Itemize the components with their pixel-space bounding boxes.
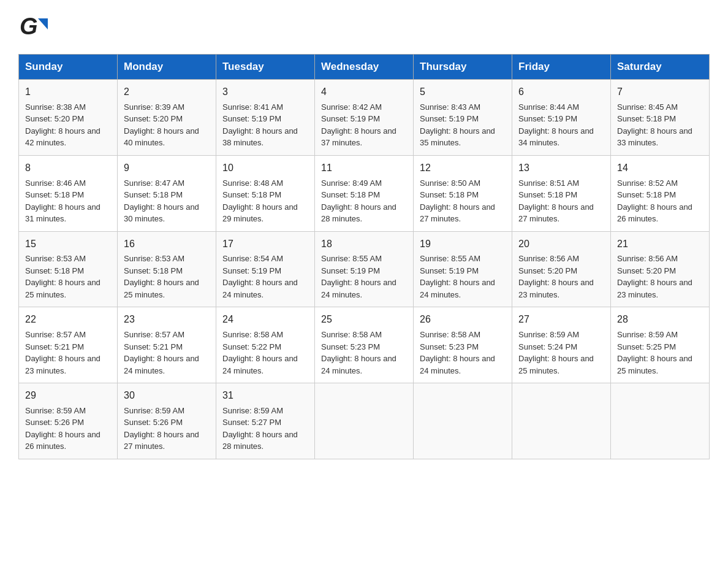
day-number: 16 xyxy=(124,237,210,252)
day-number: 15 xyxy=(25,237,111,252)
calendar-cell xyxy=(414,383,512,459)
day-number: 5 xyxy=(420,85,506,100)
calendar-cell: 15Sunrise: 8:53 AMSunset: 5:18 PMDayligh… xyxy=(19,231,118,307)
day-info: Sunrise: 8:55 AMSunset: 5:19 PMDaylight:… xyxy=(420,253,506,301)
day-number: 2 xyxy=(124,85,210,100)
calendar-week-1: 1Sunrise: 8:38 AMSunset: 5:20 PMDaylight… xyxy=(19,80,710,156)
day-number: 6 xyxy=(518,85,604,100)
calendar-cell: 22Sunrise: 8:57 AMSunset: 5:21 PMDayligh… xyxy=(19,307,118,383)
svg-marker-1 xyxy=(38,18,48,29)
calendar-week-5: 29Sunrise: 8:59 AMSunset: 5:26 PMDayligh… xyxy=(19,383,710,459)
day-number: 20 xyxy=(518,237,604,252)
calendar-cell: 25Sunrise: 8:58 AMSunset: 5:23 PMDayligh… xyxy=(315,307,414,383)
day-number: 30 xyxy=(124,388,210,404)
calendar-cell: 14Sunrise: 8:52 AMSunset: 5:18 PMDayligh… xyxy=(611,155,710,231)
day-number: 26 xyxy=(420,312,506,327)
day-info: Sunrise: 8:43 AMSunset: 5:19 PMDaylight:… xyxy=(420,101,506,149)
day-number: 19 xyxy=(420,237,506,252)
day-info: Sunrise: 8:47 AMSunset: 5:18 PMDaylight:… xyxy=(124,177,210,225)
calendar-cell: 19Sunrise: 8:55 AMSunset: 5:19 PMDayligh… xyxy=(414,231,512,307)
day-info: Sunrise: 8:46 AMSunset: 5:18 PMDaylight:… xyxy=(25,177,111,225)
calendar-cell: 28Sunrise: 8:59 AMSunset: 5:25 PMDayligh… xyxy=(611,307,710,383)
day-number: 14 xyxy=(617,161,703,176)
calendar-cell: 29Sunrise: 8:59 AMSunset: 5:26 PMDayligh… xyxy=(19,383,118,459)
day-number: 13 xyxy=(518,161,604,176)
calendar-cell: 21Sunrise: 8:56 AMSunset: 5:20 PMDayligh… xyxy=(611,231,710,307)
day-info: Sunrise: 8:59 AMSunset: 5:26 PMDaylight:… xyxy=(25,405,111,453)
weekday-header-sunday: Sunday xyxy=(19,55,118,80)
calendar-cell: 26Sunrise: 8:58 AMSunset: 5:23 PMDayligh… xyxy=(414,307,512,383)
weekday-header-thursday: Thursday xyxy=(414,55,512,80)
day-info: Sunrise: 8:53 AMSunset: 5:18 PMDaylight:… xyxy=(25,253,111,301)
day-info: Sunrise: 8:58 AMSunset: 5:22 PMDaylight:… xyxy=(222,329,308,377)
calendar-cell: 3Sunrise: 8:41 AMSunset: 5:19 PMDaylight… xyxy=(216,80,315,156)
calendar-week-4: 22Sunrise: 8:57 AMSunset: 5:21 PMDayligh… xyxy=(19,307,710,383)
day-number: 7 xyxy=(617,85,703,100)
day-number: 27 xyxy=(518,312,604,327)
day-number: 12 xyxy=(420,161,506,176)
day-number: 18 xyxy=(321,237,407,252)
calendar-cell: 4Sunrise: 8:42 AMSunset: 5:19 PMDaylight… xyxy=(315,80,414,156)
day-number: 29 xyxy=(25,388,111,404)
day-info: Sunrise: 8:59 AMSunset: 5:24 PMDaylight:… xyxy=(518,329,604,377)
logo-icon: G xyxy=(18,12,48,42)
day-info: Sunrise: 8:42 AMSunset: 5:19 PMDaylight:… xyxy=(321,101,407,149)
day-info: Sunrise: 8:56 AMSunset: 5:20 PMDaylight:… xyxy=(617,253,703,301)
day-info: Sunrise: 8:58 AMSunset: 5:23 PMDaylight:… xyxy=(420,329,506,377)
logo: G xyxy=(18,12,49,42)
calendar-cell: 5Sunrise: 8:43 AMSunset: 5:19 PMDaylight… xyxy=(414,80,512,156)
calendar-table: SundayMondayTuesdayWednesdayThursdayFrid… xyxy=(18,54,710,459)
calendar-cell xyxy=(512,383,611,459)
header-row: SundayMondayTuesdayWednesdayThursdayFrid… xyxy=(19,55,710,80)
day-number: 23 xyxy=(124,312,210,327)
calendar-cell: 30Sunrise: 8:59 AMSunset: 5:26 PMDayligh… xyxy=(118,383,216,459)
day-number: 8 xyxy=(25,161,111,176)
day-info: Sunrise: 8:59 AMSunset: 5:25 PMDaylight:… xyxy=(617,329,703,377)
calendar-cell: 10Sunrise: 8:48 AMSunset: 5:18 PMDayligh… xyxy=(216,155,315,231)
calendar-cell: 1Sunrise: 8:38 AMSunset: 5:20 PMDaylight… xyxy=(19,80,118,156)
day-info: Sunrise: 8:52 AMSunset: 5:18 PMDaylight:… xyxy=(617,177,703,225)
calendar-cell: 6Sunrise: 8:44 AMSunset: 5:19 PMDaylight… xyxy=(512,80,611,156)
day-info: Sunrise: 8:56 AMSunset: 5:20 PMDaylight:… xyxy=(518,253,604,301)
day-info: Sunrise: 8:53 AMSunset: 5:18 PMDaylight:… xyxy=(124,253,210,301)
weekday-header-saturday: Saturday xyxy=(611,55,710,80)
calendar-cell xyxy=(611,383,710,459)
calendar-cell: 31Sunrise: 8:59 AMSunset: 5:27 PMDayligh… xyxy=(216,383,315,459)
weekday-header-monday: Monday xyxy=(118,55,216,80)
day-info: Sunrise: 8:57 AMSunset: 5:21 PMDaylight:… xyxy=(25,329,111,377)
day-info: Sunrise: 8:38 AMSunset: 5:20 PMDaylight:… xyxy=(25,101,111,149)
calendar-cell: 8Sunrise: 8:46 AMSunset: 5:18 PMDaylight… xyxy=(19,155,118,231)
day-info: Sunrise: 8:50 AMSunset: 5:18 PMDaylight:… xyxy=(420,177,506,225)
calendar-cell: 7Sunrise: 8:45 AMSunset: 5:18 PMDaylight… xyxy=(611,80,710,156)
day-number: 10 xyxy=(222,161,308,176)
calendar-cell: 18Sunrise: 8:55 AMSunset: 5:19 PMDayligh… xyxy=(315,231,414,307)
day-number: 24 xyxy=(222,312,308,327)
calendar-header: SundayMondayTuesdayWednesdayThursdayFrid… xyxy=(19,55,710,80)
page-header: G xyxy=(18,12,710,42)
day-number: 9 xyxy=(124,161,210,176)
day-number: 1 xyxy=(25,85,111,100)
calendar-cell: 27Sunrise: 8:59 AMSunset: 5:24 PMDayligh… xyxy=(512,307,611,383)
calendar-cell: 9Sunrise: 8:47 AMSunset: 5:18 PMDaylight… xyxy=(118,155,216,231)
day-info: Sunrise: 8:49 AMSunset: 5:18 PMDaylight:… xyxy=(321,177,407,225)
calendar-cell: 17Sunrise: 8:54 AMSunset: 5:19 PMDayligh… xyxy=(216,231,315,307)
day-number: 28 xyxy=(617,312,703,327)
day-info: Sunrise: 8:41 AMSunset: 5:19 PMDaylight:… xyxy=(222,101,308,149)
day-info: Sunrise: 8:51 AMSunset: 5:18 PMDaylight:… xyxy=(518,177,604,225)
calendar-cell xyxy=(315,383,414,459)
day-number: 25 xyxy=(321,312,407,327)
day-info: Sunrise: 8:44 AMSunset: 5:19 PMDaylight:… xyxy=(518,101,604,149)
calendar-cell: 23Sunrise: 8:57 AMSunset: 5:21 PMDayligh… xyxy=(118,307,216,383)
calendar-cell: 16Sunrise: 8:53 AMSunset: 5:18 PMDayligh… xyxy=(118,231,216,307)
day-info: Sunrise: 8:59 AMSunset: 5:27 PMDaylight:… xyxy=(222,405,308,453)
day-number: 3 xyxy=(222,85,308,100)
weekday-header-wednesday: Wednesday xyxy=(315,55,414,80)
day-number: 31 xyxy=(222,388,308,404)
weekday-header-tuesday: Tuesday xyxy=(216,55,315,80)
day-info: Sunrise: 8:54 AMSunset: 5:19 PMDaylight:… xyxy=(222,253,308,301)
calendar-cell: 24Sunrise: 8:58 AMSunset: 5:22 PMDayligh… xyxy=(216,307,315,383)
day-number: 22 xyxy=(25,312,111,327)
day-info: Sunrise: 8:58 AMSunset: 5:23 PMDaylight:… xyxy=(321,329,407,377)
calendar-week-2: 8Sunrise: 8:46 AMSunset: 5:18 PMDaylight… xyxy=(19,155,710,231)
calendar-cell: 12Sunrise: 8:50 AMSunset: 5:18 PMDayligh… xyxy=(414,155,512,231)
